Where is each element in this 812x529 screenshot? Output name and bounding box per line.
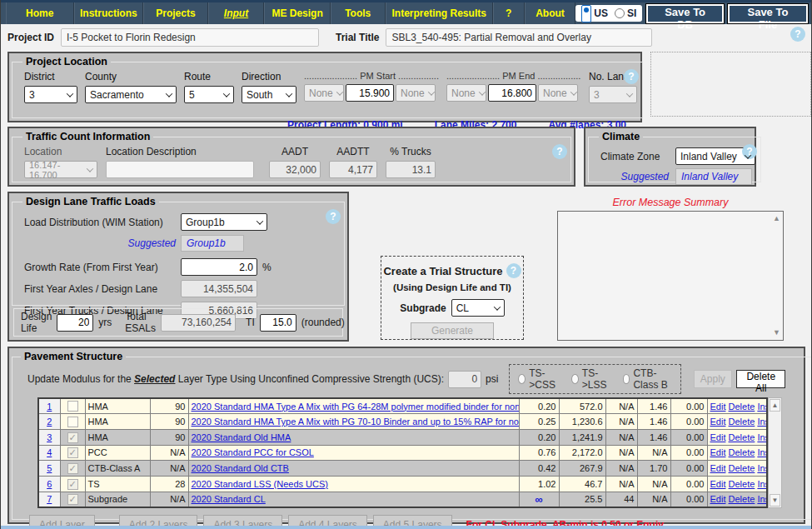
no-lanes-select[interactable]: 3 xyxy=(589,86,637,103)
growth-rate-input[interactable] xyxy=(181,258,257,276)
trucks-input[interactable] xyxy=(386,161,436,178)
table-scrollbar[interactable]: ▲ ▼ xyxy=(768,397,782,508)
edit-link[interactable]: Edit xyxy=(710,402,726,412)
apply-button[interactable]: Apply xyxy=(694,370,732,388)
material-link[interactable]: 2020 Standard Old HMA xyxy=(192,432,291,442)
layer-value: N/A xyxy=(605,414,637,430)
edit-link[interactable]: Edit xyxy=(710,432,726,442)
insert-link[interactable]: Insert xyxy=(757,494,767,504)
route-select[interactable]: 5 xyxy=(184,86,234,103)
save-to-db-button[interactable]: Save To DB xyxy=(646,4,724,23)
nav-input[interactable]: Input xyxy=(208,2,265,24)
edit-link[interactable]: Edit xyxy=(710,447,726,457)
delete-link[interactable]: Delete xyxy=(729,432,755,442)
project-location-help-icon[interactable]: ? xyxy=(624,69,639,84)
delete-link[interactable]: Delete xyxy=(729,417,755,427)
layer-checkbox[interactable] xyxy=(67,494,78,505)
layer-checkbox[interactable] xyxy=(67,401,78,412)
unit-si-option[interactable]: SI xyxy=(615,7,636,19)
delete-link[interactable]: Delete xyxy=(729,494,755,504)
delete-all-button[interactable]: Delete All xyxy=(736,370,785,388)
scroll-down-icon[interactable]: ▼ xyxy=(773,329,780,337)
aadt-input[interactable] xyxy=(269,161,321,178)
nav-projects[interactable]: Projects xyxy=(143,2,208,24)
nav-help[interactable]: ? xyxy=(493,2,525,24)
scroll-down-icon[interactable]: ▼ xyxy=(770,494,780,507)
design-loads-help-icon[interactable]: ? xyxy=(326,209,341,224)
edit-link[interactable]: Edit xyxy=(710,417,726,427)
row-number-link[interactable]: 7 xyxy=(47,494,52,504)
nav-about[interactable]: About xyxy=(525,2,576,24)
table-row: 3 HMA 90 2020 Standard Old HMA 0.20 1,24… xyxy=(38,429,767,445)
scroll-up-icon[interactable]: ▲ xyxy=(770,399,780,412)
aadtt-input[interactable] xyxy=(329,161,377,178)
unit-us-option[interactable]: US xyxy=(581,5,608,22)
ti-input[interactable] xyxy=(260,314,296,332)
material-link[interactable]: 2020 Standard HMA Type A Mix with PG 64-… xyxy=(192,402,520,412)
location-select[interactable]: 16.147-16.700 xyxy=(24,161,97,178)
ts-lss-radio-option[interactable]: TS->LSS xyxy=(571,367,610,391)
total-esals-value xyxy=(161,314,236,332)
nav-tools[interactable]: Tools xyxy=(331,2,386,24)
delete-link[interactable]: Delete xyxy=(729,479,755,489)
pm-start-input[interactable] xyxy=(346,84,394,102)
ts-css-radio-option[interactable]: TS->CSS xyxy=(518,367,558,391)
trial-title-input[interactable] xyxy=(386,28,652,47)
pm-start-unit2-select[interactable]: None xyxy=(396,84,436,102)
insert-link[interactable]: Insert xyxy=(757,402,767,412)
design-life-input[interactable] xyxy=(57,314,93,332)
material-link[interactable]: 2020 Standard PCC for CSOL xyxy=(192,447,314,457)
ctb-class-b-radio-option[interactable]: CTB-Class B xyxy=(623,367,672,391)
traffic-count-help-icon[interactable]: ? xyxy=(552,144,567,159)
material-link[interactable]: 2020 Standard Old CTB xyxy=(192,463,289,473)
pm-start-unit-select[interactable]: None xyxy=(304,84,344,102)
row-number-link[interactable]: 6 xyxy=(47,479,52,489)
pm-end-unit2-select[interactable]: None xyxy=(538,84,578,102)
scroll-up-icon[interactable]: ▲ xyxy=(773,215,780,222)
edit-link[interactable]: Edit xyxy=(710,479,726,489)
delete-link[interactable]: Delete xyxy=(729,463,755,473)
wim-select[interactable]: Group1b xyxy=(181,213,267,231)
layer-value: 0.00 xyxy=(670,492,707,507)
layer-checkbox[interactable] xyxy=(67,479,78,490)
row-number-link[interactable]: 4 xyxy=(47,447,52,457)
material-link[interactable]: 2020 Standard HMA Type A Mix with PG 70-… xyxy=(192,417,520,427)
nav-instructions[interactable]: Instructions xyxy=(74,2,144,24)
layer-checkbox[interactable] xyxy=(67,447,78,458)
generate-button[interactable]: Generate xyxy=(411,322,494,339)
save-to-file-button[interactable]: Save To File xyxy=(728,4,808,23)
delete-link[interactable]: Delete xyxy=(729,402,755,412)
nav-interpreting-results[interactable]: Interpreting Results xyxy=(386,2,493,24)
row-number-link[interactable]: 1 xyxy=(47,402,52,412)
insert-link[interactable]: Insert xyxy=(757,463,767,473)
material-link[interactable]: 2020 Standard LSS (Needs UCS) xyxy=(192,479,328,489)
insert-link[interactable]: Insert xyxy=(757,417,767,427)
layer-checkbox[interactable] xyxy=(67,417,78,427)
project-location-panel: Project Location ? District 3 County Sac… xyxy=(7,52,642,122)
ucs-input[interactable] xyxy=(448,371,481,388)
edit-link[interactable]: Edit xyxy=(710,494,726,504)
nav-me-design[interactable]: ME Design xyxy=(264,2,331,24)
page-help-icon[interactable]: ? xyxy=(790,27,805,42)
trial-structure-help-icon[interactable]: ? xyxy=(506,263,521,278)
county-select[interactable]: Sacramento xyxy=(85,86,177,103)
pm-end-unit-select[interactable]: None xyxy=(446,84,486,102)
delete-link[interactable]: Delete xyxy=(729,447,755,457)
row-number-link[interactable]: 2 xyxy=(47,417,52,427)
pm-end-input[interactable] xyxy=(488,84,536,102)
insert-link[interactable]: Insert xyxy=(757,432,767,442)
row-number-link[interactable]: 5 xyxy=(47,463,52,473)
layer-checkbox[interactable] xyxy=(67,432,78,443)
edit-link[interactable]: Edit xyxy=(710,463,726,473)
subgrade-select[interactable]: CL xyxy=(451,299,505,317)
insert-link[interactable]: Insert xyxy=(757,479,767,489)
layer-checkbox[interactable] xyxy=(67,463,78,474)
nav-home[interactable]: Home xyxy=(6,2,74,24)
direction-select[interactable]: South xyxy=(242,86,296,103)
project-id-input[interactable] xyxy=(61,28,319,47)
location-desc-input[interactable] xyxy=(106,161,254,178)
row-number-link[interactable]: 3 xyxy=(47,432,52,442)
material-link[interactable]: 2020 Standard CL xyxy=(192,494,266,504)
insert-link[interactable]: Insert xyxy=(757,447,767,457)
district-select[interactable]: 3 xyxy=(24,86,77,103)
